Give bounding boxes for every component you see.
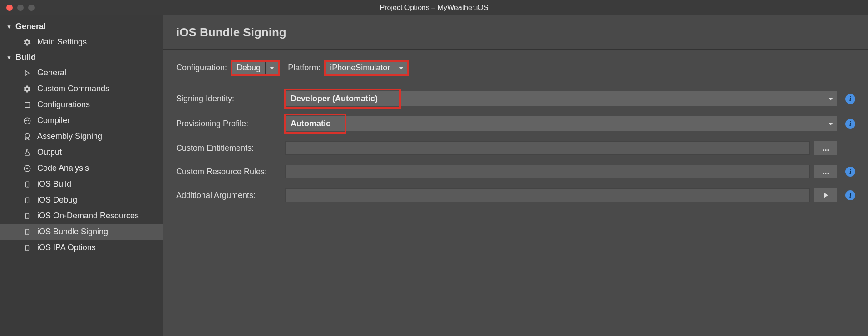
custom-entitlements-label: Custom Entitlements: (176, 143, 281, 153)
platform-label: Platform: (288, 63, 321, 73)
sidebar-item-label: Code Analysis (37, 163, 89, 173)
phone-icon (23, 212, 32, 221)
svg-point-3 (28, 119, 29, 121)
square-icon (23, 100, 32, 109)
sidebar: ▼ General Main Settings ▼ Build General … (0, 15, 163, 336)
browse-button[interactable]: ... (814, 165, 837, 178)
svg-point-14 (27, 233, 27, 234)
svg-rect-0 (25, 102, 30, 107)
provisioning-profile-dropdown[interactable]: Automatic (285, 116, 837, 131)
sidebar-item-label: iOS IPA Options (37, 243, 96, 252)
sidebar-item-main-settings[interactable]: Main Settings (0, 34, 163, 50)
signing-identity-label: Signing Identity: (176, 94, 281, 104)
sidebar-item-label: Assembly Signing (37, 132, 102, 141)
sidebar-item-label: Output (37, 148, 62, 157)
chevron-down-icon (265, 61, 279, 75)
info-icon[interactable]: i (845, 167, 855, 177)
minimize-icon[interactable] (17, 5, 24, 11)
sidebar-item-label: Configurations (37, 100, 90, 109)
sidebar-item-label: iOS On-Demand Resources (37, 211, 139, 221)
caret-down-icon: ▼ (6, 24, 12, 30)
chevron-down-icon (824, 91, 837, 106)
sidebar-item-configurations[interactable]: Configurations (0, 97, 163, 113)
browse-button[interactable]: ... (814, 141, 837, 155)
phone-icon (23, 243, 32, 252)
sidebar-item-general[interactable]: General (0, 65, 163, 81)
phone-icon (23, 227, 32, 237)
sidebar-item-label: General (37, 68, 66, 78)
svg-point-6 (26, 167, 29, 169)
badge-icon (23, 132, 32, 141)
info-icon[interactable]: i (845, 94, 855, 104)
gear-icon (23, 84, 32, 94)
svg-point-12 (27, 217, 27, 218)
sidebar-item-ios-ipa-options[interactable]: iOS IPA Options (0, 240, 163, 256)
titlebar: Project Options – MyWeather.iOS (0, 0, 868, 15)
svg-point-1 (24, 118, 30, 124)
phone-icon (23, 196, 32, 205)
svg-point-16 (27, 249, 27, 250)
custom-resource-rules-label: Custom Resource Rules: (176, 167, 281, 177)
sidebar-item-label: iOS Debug (37, 195, 77, 205)
configuration-label: Configuration: (176, 63, 227, 73)
page-title: iOS Bundle Signing (163, 15, 868, 50)
sidebar-item-custom-commands[interactable]: Custom Commands (0, 81, 163, 97)
additional-arguments-label: Additional Arguments: (176, 191, 281, 200)
svg-point-4 (25, 133, 30, 138)
gear-icon (23, 38, 32, 47)
provisioning-profile-label: Provisioning Profile: (176, 119, 281, 128)
sidebar-item-label: Custom Commands (37, 84, 109, 94)
sidebar-item-assembly-signing[interactable]: Assembly Signing (0, 128, 163, 144)
sidebar-section-label: Build (15, 53, 36, 62)
platform-value: iPhoneSimulator (325, 61, 395, 75)
custom-resource-rules-input[interactable] (285, 165, 810, 178)
flask-icon (23, 148, 32, 157)
phone-icon (23, 180, 32, 189)
svg-point-2 (25, 119, 27, 121)
sidebar-item-ios-on-demand[interactable]: iOS On-Demand Resources (0, 208, 163, 224)
chevron-down-icon (824, 116, 837, 131)
window-title: Project Options – MyWeather.iOS (380, 4, 488, 12)
sidebar-section-general[interactable]: ▼ General (0, 19, 163, 34)
play-icon (824, 193, 828, 198)
content-pane: iOS Bundle Signing Configuration: Debug … (163, 15, 868, 336)
caret-down-icon: ▼ (6, 54, 12, 61)
chevron-down-icon (395, 61, 408, 75)
sidebar-item-compiler[interactable]: Compiler (0, 113, 163, 128)
sidebar-item-label: Compiler (37, 116, 70, 125)
sidebar-item-ios-bundle-signing[interactable]: iOS Bundle Signing (0, 224, 163, 240)
signing-identity-dropdown[interactable]: Developer (Automatic) (285, 91, 837, 106)
custom-entitlements-input[interactable] (285, 141, 810, 155)
sidebar-item-ios-build[interactable]: iOS Build (0, 176, 163, 192)
sidebar-item-label: iOS Build (37, 179, 71, 189)
info-icon[interactable]: i (845, 119, 855, 129)
additional-arguments-input[interactable] (285, 188, 810, 202)
play-icon (23, 69, 32, 78)
window-controls (0, 5, 35, 11)
platform-dropdown[interactable]: iPhoneSimulator (325, 61, 408, 75)
signing-identity-value: Developer (Automatic) (285, 91, 824, 106)
svg-point-10 (27, 202, 27, 202)
info-icon[interactable]: i (845, 190, 855, 200)
robot-icon (23, 116, 32, 125)
configuration-value: Debug (232, 61, 265, 75)
sidebar-section-build[interactable]: ▼ Build (0, 50, 163, 65)
sidebar-item-label: Main Settings (37, 37, 87, 47)
target-icon (23, 164, 32, 173)
sidebar-item-output[interactable]: Output (0, 144, 163, 160)
close-icon[interactable] (6, 5, 13, 11)
sidebar-item-label: iOS Bundle Signing (37, 227, 108, 237)
configuration-dropdown[interactable]: Debug (232, 61, 279, 75)
run-button[interactable] (814, 188, 837, 202)
provisioning-profile-value: Automatic (285, 116, 824, 131)
maximize-icon[interactable] (28, 5, 35, 11)
sidebar-section-label: General (15, 22, 46, 31)
sidebar-item-code-analysis[interactable]: Code Analysis (0, 160, 163, 176)
sidebar-item-ios-debug[interactable]: iOS Debug (0, 192, 163, 208)
svg-point-8 (27, 186, 27, 186)
